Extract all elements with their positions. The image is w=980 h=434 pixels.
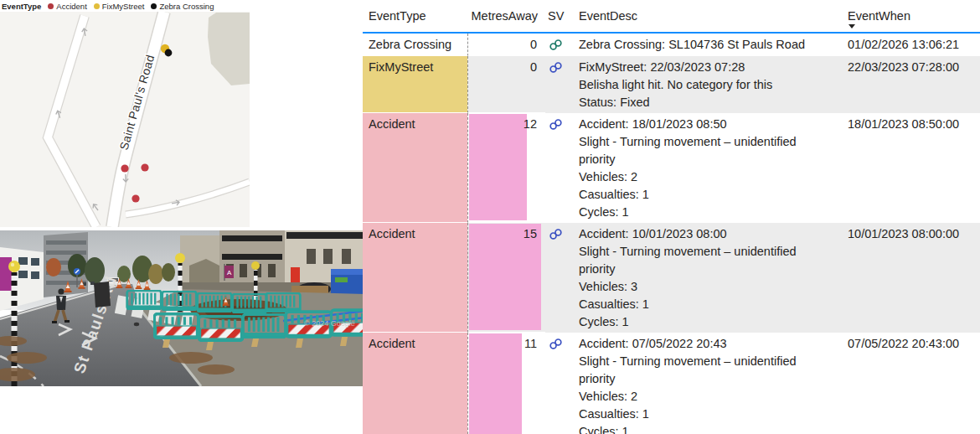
legend-item[interactable]: Zebra Crossing (151, 2, 214, 11)
legend-item[interactable]: FixMyStreet (94, 2, 145, 11)
cell-event-when: 22/03/2023 07:28:00 (844, 56, 980, 113)
column-header-eventwhen[interactable]: EventWhen (844, 0, 980, 32)
link-icon[interactable] (549, 39, 563, 51)
cell-event-type: FixMyStreet (363, 56, 467, 113)
cell-event-when: 18/01/2023 08:50:00 (844, 113, 980, 223)
link-icon[interactable] (549, 118, 563, 131)
sign-board (94, 282, 111, 307)
cell-event-desc: Accident: 10/01/2023 08:00Slight - Turni… (571, 223, 844, 333)
metres-value: 11 (524, 337, 537, 350)
cell-event-desc: Accident: 18/01/2023 08:50Slight - Turni… (571, 113, 844, 223)
cell-event-when: 01/02/2026 13:06:21 (844, 34, 980, 56)
cell-event-type: Accident (363, 113, 467, 223)
cell-street-view-link[interactable] (545, 223, 571, 333)
table-row: Accident 12 Accident: 18/01/2023 08:50Sl… (363, 113, 980, 223)
legend-item-label: FixMyStreet (102, 2, 145, 11)
sort-descending-icon (848, 24, 855, 28)
google-watermark: © 2024 Google (304, 319, 355, 328)
legend-item-label: Accident (56, 2, 86, 11)
cell-event-desc: Zebra Crossing: SL104736 St Pauls Road (571, 34, 844, 56)
map-marker-zebra-crossing[interactable] (165, 49, 173, 57)
cell-street-view-link[interactable] (545, 56, 571, 113)
street-view-image[interactable]: A St (0, 230, 365, 386)
cell-event-desc: FixMyStreet: 22/03/2023 07:28Belisha lig… (571, 56, 844, 113)
cell-street-view-link[interactable] (545, 34, 571, 56)
legend-item[interactable]: Accident (48, 2, 86, 11)
table-header: EventType MetresAway SV EventDesc EventW… (363, 0, 980, 34)
cell-event-when: 10/01/2023 08:00:00 (844, 223, 980, 333)
cell-event-type: Accident (363, 333, 467, 434)
cell-event-desc: Accident: 07/05/2022 20:43Slight - Turni… (571, 333, 844, 434)
legend-item-label: Zebra Crossing (159, 2, 214, 11)
metres-value: 15 (524, 227, 537, 240)
metres-value: 0 (530, 60, 537, 74)
cell-metres-away: 0 (467, 56, 545, 113)
legend-title: EventType (2, 2, 41, 11)
column-header-sv[interactable]: SV (545, 0, 571, 32)
cell-metres-away: 12 (467, 113, 545, 223)
link-icon[interactable] (549, 338, 563, 350)
table-row: Accident 15 Accident: 10/01/2023 08:00Sl… (363, 223, 980, 333)
legend-dot-icon (151, 3, 157, 9)
legend-dot-icon (94, 3, 100, 9)
databar (469, 114, 527, 220)
cell-event-type: Accident (363, 223, 467, 333)
metres-value: 12 (524, 117, 537, 131)
map-marker-accident[interactable] (132, 194, 139, 202)
link-icon[interactable] (549, 228, 563, 240)
events-table: EventType MetresAway SV EventDesc EventW… (363, 0, 980, 434)
column-header-metresaway[interactable]: MetresAway (467, 0, 545, 32)
map-marker-accident[interactable] (141, 163, 148, 171)
legend-dot-icon (48, 3, 54, 9)
databar (469, 333, 522, 434)
table-row: Zebra Crossing 0 Zebra Crossing: SL10473… (363, 34, 980, 56)
column-header-eventwhen-label: EventWhen (848, 9, 910, 23)
metres-value: 0 (530, 38, 537, 51)
table-body: Zebra Crossing 0 Zebra Crossing: SL10473… (363, 34, 980, 434)
column-header-eventdesc[interactable]: EventDesc (571, 0, 844, 32)
table-row: Accident 11 Accident: 07/05/2022 20:43Sl… (363, 333, 980, 434)
link-icon[interactable] (549, 61, 563, 74)
pigeon (134, 323, 139, 326)
column-header-eventtype[interactable]: EventType (363, 0, 467, 32)
cell-street-view-link[interactable] (545, 333, 571, 434)
map-visual[interactable]: Saint Paul's Road (0, 12, 250, 227)
dashboard: EventType AccidentFixMyStreetZebra Cross… (0, 0, 980, 434)
cell-metres-away: 15 (467, 223, 545, 333)
cell-street-view-link[interactable] (545, 113, 571, 223)
cell-metres-away: 0 (467, 34, 545, 56)
table-row: FixMyStreet 0 FixMyStreet: 22/03/2023 07… (363, 56, 980, 113)
svg-text:A: A (227, 269, 232, 276)
map-legend: EventType AccidentFixMyStreetZebra Cross… (2, 1, 214, 11)
cell-metres-away: 11 (467, 333, 545, 434)
cell-event-type: Zebra Crossing (363, 34, 467, 56)
cell-event-when: 07/05/2022 20:43:00 (844, 333, 980, 434)
map-marker-accident[interactable] (121, 164, 128, 172)
